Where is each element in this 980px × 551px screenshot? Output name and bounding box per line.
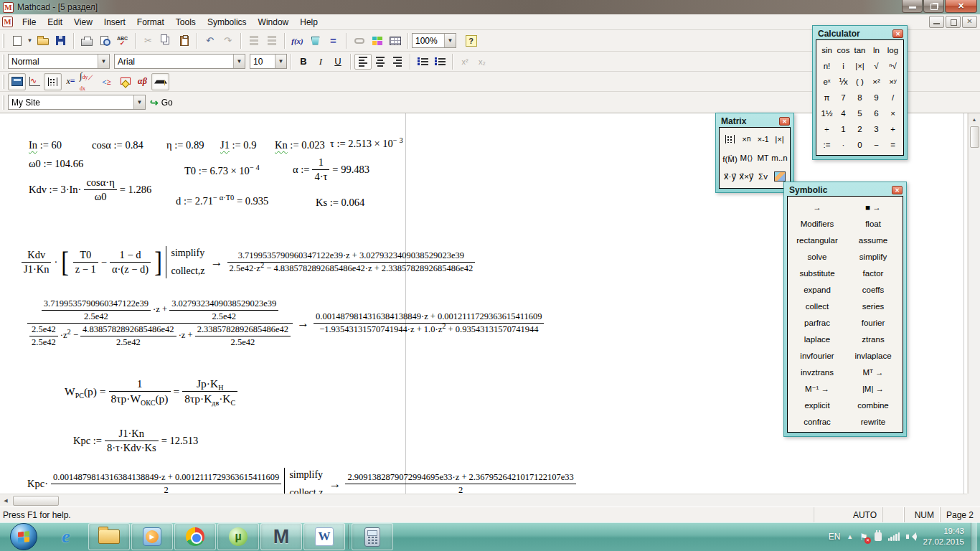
calculator-palette-key[interactable]: 1½ xyxy=(819,105,835,121)
chevron-down-icon[interactable]: ▼ xyxy=(233,55,245,68)
calculator-palette-key[interactable]: 4 xyxy=(835,105,852,121)
style-combobox[interactable]: Normal ▼ xyxy=(8,54,110,69)
symbolic-keyword-button[interactable]: rectangular xyxy=(789,232,845,248)
vector-sum-button[interactable]: Σv xyxy=(755,167,771,186)
calculator-palette-key[interactable]: = xyxy=(885,137,901,153)
numbered-list-button[interactable] xyxy=(431,54,448,70)
symbolic-keyword-button[interactable]: explicit xyxy=(789,397,845,413)
calculate-button[interactable]: = xyxy=(324,32,342,50)
taskbar-item-explorer[interactable] xyxy=(88,523,130,550)
calculator-palette-key[interactable]: |×| xyxy=(852,58,868,74)
calculator-palette-key[interactable]: ( ) xyxy=(852,74,868,90)
symbolic-keyword-button[interactable]: collect xyxy=(789,298,845,314)
spell-check-button[interactable]: ABC✓ xyxy=(113,32,131,50)
calculator-palette-key[interactable]: ×ʸ xyxy=(885,74,901,90)
symbolic-keyword-button[interactable]: fourier xyxy=(845,314,901,331)
math-region-kn[interactable]: Kn := 0.023 xyxy=(275,139,325,151)
math-region-t0[interactable]: T0 := 6.73 × 10− 4 xyxy=(184,165,260,177)
taskbar-item-utorrent[interactable]: µ xyxy=(217,523,259,550)
symbolic-keyword-button[interactable]: assume xyxy=(845,232,901,248)
symbolic-keyword-button[interactable]: coeffs xyxy=(845,281,901,298)
power-plug-icon[interactable] xyxy=(875,532,882,541)
symbolic-keyword-button[interactable]: simplify xyxy=(845,248,901,265)
close-icon[interactable] xyxy=(779,117,790,126)
menu-item[interactable]: File xyxy=(17,15,42,29)
menu-item[interactable]: Tools xyxy=(170,15,202,29)
graph-palette-button[interactable]: ∿ xyxy=(26,73,44,90)
calculator-palette-key[interactable]: 8 xyxy=(852,90,868,105)
dot-product-button[interactable]: x⃗·y⃗ xyxy=(722,167,738,186)
evaluation-palette-button[interactable]: x= xyxy=(62,73,80,90)
toolbar-grip[interactable] xyxy=(2,34,4,48)
menu-item[interactable]: Insert xyxy=(98,15,131,29)
italic-button[interactable]: I xyxy=(312,54,329,70)
help-button[interactable]: ? xyxy=(462,32,480,50)
taskbar-item-mathcad[interactable]: M xyxy=(260,523,302,550)
transpose-button[interactable]: MT xyxy=(755,149,771,167)
calculator-palette-key[interactable]: ÷ xyxy=(819,121,835,137)
insert-function-button[interactable]: f(x) xyxy=(288,32,306,50)
math-region-kpc[interactable]: Kpc := J1·Kn8·τ·Kdv·Ks = 12.513 xyxy=(73,428,198,454)
insert-hyperlink-button[interactable] xyxy=(350,32,368,50)
close-button[interactable] xyxy=(945,0,977,13)
resources-combobox[interactable]: My Site ▼ xyxy=(8,95,146,110)
calculator-palette-key[interactable]: 7 xyxy=(835,90,852,105)
math-region-kdv[interactable]: Kdv := 3·In· cosα·ηω0 = 1.286 xyxy=(29,176,151,203)
calculator-palette-key[interactable]: ⅟x xyxy=(835,74,852,90)
symbolic-keyword-button[interactable]: series xyxy=(845,298,901,314)
calculator-palette-key[interactable]: · xyxy=(835,137,852,153)
network-signal-icon[interactable] xyxy=(888,532,900,541)
calculator-palette-key[interactable]: tan xyxy=(852,42,868,58)
font-size-combobox[interactable]: 10 ▼ xyxy=(250,54,287,69)
symbolic-keyword-button[interactable]: substitute xyxy=(789,265,845,281)
restore-button[interactable] xyxy=(923,0,944,13)
calculator-palette-key[interactable]: ×² xyxy=(868,74,885,90)
toolbar-grip[interactable] xyxy=(2,95,4,110)
vectorize-button[interactable]: →f(M) xyxy=(722,149,738,167)
math-region-symbolic-1[interactable]: KdvJ1·Kn · [ T0z − 1 − 1 − dα·(z − d) ] … xyxy=(22,246,475,278)
action-center-flag-icon[interactable]: ⚑ xyxy=(859,532,868,542)
menu-item[interactable]: Edit xyxy=(42,15,68,29)
chevron-down-icon[interactable]: ▼ xyxy=(444,34,456,47)
symbolic-keyword-button[interactable]: |M| → xyxy=(845,380,901,397)
symbolic-palette[interactable]: Symbolic →■ →Modifiersfloatrectangularas… xyxy=(783,182,907,437)
symbolic-keyword-button[interactable]: solve xyxy=(789,248,845,265)
symbolic-keyword-button[interactable]: expand xyxy=(789,281,845,298)
clock[interactable]: 19:43 27.02.2015 xyxy=(923,526,964,547)
start-button[interactable] xyxy=(10,523,37,550)
show-desktop-button[interactable] xyxy=(971,522,977,551)
calculator-palette-key[interactable]: eˣ xyxy=(819,74,835,90)
symbolic-keyword-button[interactable]: Modifiers xyxy=(789,215,845,232)
math-region-wpc[interactable]: WPC(p) = 1 8τp·WОКС(p) = Jp·KН 8τp·Kдв·K… xyxy=(65,377,237,405)
minimize-button[interactable] xyxy=(902,0,923,13)
math-region-alpha[interactable]: α := 14·τ = 99.483 xyxy=(293,156,369,183)
save-button[interactable] xyxy=(52,32,70,50)
superscript-button[interactable]: x² xyxy=(456,54,473,70)
chevron-down-icon[interactable]: ▼ xyxy=(98,55,109,68)
palette-title-bar[interactable]: Calculator xyxy=(816,27,904,39)
palette-title-bar[interactable]: Matrix xyxy=(719,115,791,127)
underline-button[interactable]: U xyxy=(329,54,347,70)
calculator-palette-key[interactable]: π xyxy=(819,90,835,105)
boolean-palette-button[interactable]: <≥ xyxy=(98,73,116,90)
inverse-button[interactable]: ×-1 xyxy=(755,130,771,149)
child-minimize-button[interactable] xyxy=(929,16,944,28)
symbolic-keyword-button[interactable]: factor xyxy=(845,265,901,281)
symbolic-keyword-button[interactable]: parfrac xyxy=(789,314,845,331)
vertical-scroll-thumb[interactable] xyxy=(970,126,979,148)
taskbar-item-word[interactable]: W xyxy=(303,523,345,550)
calculator-palette-key[interactable]: 2 xyxy=(852,121,868,137)
calculus-palette-button[interactable]: ∫dy／dx xyxy=(80,73,98,90)
calculator-palette-key[interactable]: ⁿ√ xyxy=(885,58,901,74)
align-down-button[interactable] xyxy=(263,32,281,50)
programming-palette-button[interactable] xyxy=(116,73,133,90)
calculator-palette-key[interactable]: 9 xyxy=(868,90,885,105)
subscript-button[interactable]: ×n xyxy=(738,130,755,149)
greek-palette-button[interactable]: αβ xyxy=(133,73,151,90)
math-region-w0[interactable]: ω0 := 104.66 xyxy=(29,158,83,170)
calculator-palette-key[interactable]: ln xyxy=(868,42,885,58)
calculator-palette-button[interactable] xyxy=(8,73,26,90)
determinant-button[interactable]: |×| xyxy=(771,130,788,149)
symbolic-keyword-button[interactable]: → xyxy=(789,199,845,215)
new-dropdown-arrow[interactable]: ▼ xyxy=(26,32,34,50)
